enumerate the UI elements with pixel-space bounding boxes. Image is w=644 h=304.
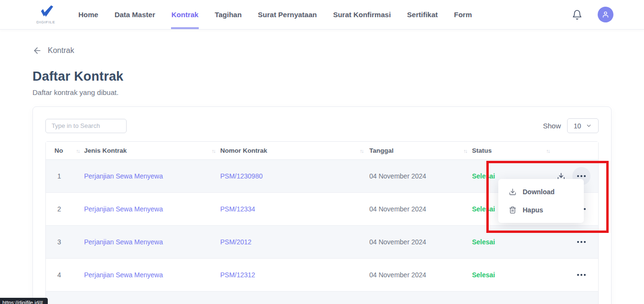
search-input[interactable] [45,119,127,133]
cell-no: 2 [46,205,84,213]
table-header-row: No↑↓ Jenis Kontrak↑↓ Nomor Kontrak↑↓ Tan… [46,142,598,160]
cell-no: 4 [46,271,84,279]
back-arrow-icon[interactable] [32,46,42,55]
cell-nomor-kontrak-link[interactable]: PSM/1230980 [220,172,369,180]
breadcrumb-label: Kontrak [48,46,74,55]
column-header-nomor-kontrak: Nomor Kontrak [220,147,267,154]
table-row [46,292,598,304]
table-row: 3 Perjanjian Sewa Menyewa PSM/2012 04 No… [46,226,598,259]
cell-tanggal: 04 November 2024 [369,205,472,213]
cell-jenis-kontrak-link[interactable]: Perjanjian Sewa Menyewa [84,172,220,180]
sort-icon[interactable]: ↑↓ [360,148,363,154]
nav-item-tagihan[interactable]: Tagihan [215,0,241,29]
cell-jenis-kontrak-link[interactable]: Perjanjian Sewa Menyewa [84,238,220,246]
menu-item-hapus[interactable]: Hapus [498,201,584,219]
sort-icon[interactable]: ↑↓ [76,148,79,154]
sort-icon[interactable]: ↑↓ [546,148,549,154]
cell-nomor-kontrak-link[interactable]: PSM/2012 [220,238,369,246]
download-icon [509,188,516,196]
page-size-select[interactable]: 10 [567,118,599,133]
nav-item-surat-pernyataan[interactable]: Surat Pernyataan [258,0,317,29]
table-row: 4 Perjanjian Sewa Menyewa PSM/12312 04 N… [46,259,598,292]
page-size-value: 10 [574,122,581,130]
column-header-tanggal: Tanggal [369,147,394,154]
cell-nomor-kontrak-link[interactable]: PSM/12312 [220,271,369,279]
column-header-no: No [54,147,63,154]
status-badge: Selesai [472,271,553,279]
link-preview-tooltip: https://digifile.id/# [0,298,48,304]
menu-item-label: Download [523,188,555,196]
cell-no: 1 [46,172,84,180]
column-header-status: Status [472,147,492,154]
status-badge: Selesai [472,238,553,246]
main-content: Kontrak Daftar Kontrak Daftar kontrak ya… [0,30,644,304]
page-subtitle: Daftar kontrak yang dibuat. [32,88,612,96]
page-title: Daftar Kontrak [32,69,612,84]
cell-tanggal: 04 November 2024 [369,238,472,246]
brand-logo[interactable]: DIGIFILE [33,5,58,24]
cell-no: 3 [46,238,84,246]
nav-item-sertifikat[interactable]: Sertifikat [407,0,438,29]
cell-nomor-kontrak-link[interactable]: PSM/12334 [220,205,369,213]
nav-item-surat-konfirmasi[interactable]: Surat Konfirmasi [333,0,391,29]
user-avatar[interactable] [598,7,613,22]
nav-item-home[interactable]: Home [78,0,98,29]
cell-jenis-kontrak-link[interactable]: Perjanjian Sewa Menyewa [84,271,220,279]
nav-item-form[interactable]: Form [454,0,472,29]
sort-icon[interactable]: ↑↓ [463,148,467,154]
trash-icon [509,206,516,214]
row-actions-dropdown: Download Hapus [498,179,584,223]
cell-jenis-kontrak-link[interactable]: Perjanjian Sewa Menyewa [84,205,220,213]
show-label: Show [543,122,561,130]
row-menu-button[interactable] [572,233,590,251]
breadcrumb: Kontrak [32,46,612,55]
menu-item-label: Hapus [523,206,543,214]
digifile-logo-icon [38,5,54,20]
main-nav: Home Data Master Kontrak Tagihan Surat P… [78,0,472,29]
cell-tanggal: 04 November 2024 [369,172,472,180]
menu-item-download[interactable]: Download [498,183,584,201]
nav-item-kontrak[interactable]: Kontrak [172,0,199,29]
top-navigation-bar: DIGIFILE Home Data Master Kontrak Tagiha… [0,0,644,30]
column-header-jenis-kontrak: Jenis Kontrak [84,147,127,154]
user-icon [602,11,609,18]
brand-name: DIGIFILE [36,20,55,24]
chevron-down-icon [586,123,592,129]
cell-tanggal: 04 November 2024 [369,271,472,279]
nav-item-data-master[interactable]: Data Master [115,0,155,29]
sort-icon[interactable]: ↑↓ [212,148,215,154]
notifications-bell-icon[interactable] [572,10,582,20]
row-menu-button[interactable] [572,266,590,284]
